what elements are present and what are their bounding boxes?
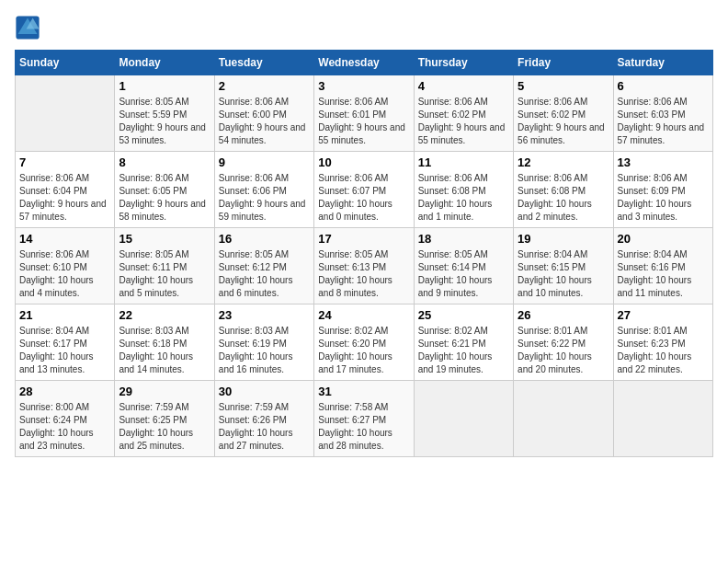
col-header-thursday: Thursday — [414, 51, 513, 75]
calendar-cell: 19Sunrise: 8:04 AMSunset: 6:15 PMDayligh… — [514, 228, 613, 304]
day-number: 12 — [518, 155, 609, 169]
day-number: 30 — [219, 385, 310, 398]
day-number: 31 — [318, 385, 409, 398]
col-header-wednesday: Wednesday — [314, 51, 414, 75]
day-number: 28 — [19, 385, 110, 398]
day-info: Sunrise: 7:59 AMSunset: 6:25 PMDaylight:… — [119, 401, 210, 453]
day-number: 3 — [318, 79, 409, 93]
day-number: 8 — [119, 155, 210, 169]
calendar-cell: 16Sunrise: 8:05 AMSunset: 6:12 PMDayligh… — [214, 228, 313, 304]
calendar-cell: 7Sunrise: 8:06 AMSunset: 6:04 PMDaylight… — [16, 152, 115, 228]
calendar-cell: 9Sunrise: 8:06 AMSunset: 6:06 PMDaylight… — [214, 152, 313, 228]
day-info: Sunrise: 8:06 AMSunset: 6:02 PMDaylight:… — [518, 96, 609, 147]
calendar-cell: 25Sunrise: 8:02 AMSunset: 6:21 PMDayligh… — [414, 304, 513, 381]
day-number: 27 — [618, 308, 709, 322]
calendar-cell: 2Sunrise: 8:06 AMSunset: 6:00 PMDaylight… — [214, 75, 313, 152]
day-info: Sunrise: 7:59 AMSunset: 6:26 PMDaylight:… — [219, 401, 310, 453]
calendar-cell: 26Sunrise: 8:01 AMSunset: 6:22 PMDayligh… — [514, 304, 613, 381]
calendar-cell: 13Sunrise: 8:06 AMSunset: 6:09 PMDayligh… — [613, 152, 712, 228]
day-number: 2 — [219, 79, 310, 93]
day-number: 4 — [418, 79, 509, 93]
col-header-tuesday: Tuesday — [214, 51, 313, 75]
calendar-cell — [16, 75, 115, 152]
day-info: Sunrise: 8:04 AMSunset: 6:17 PMDaylight:… — [19, 325, 110, 376]
day-info: Sunrise: 8:01 AMSunset: 6:23 PMDaylight:… — [618, 325, 709, 376]
day-number: 20 — [618, 232, 709, 246]
day-number: 23 — [219, 308, 310, 322]
col-header-monday: Monday — [115, 51, 214, 75]
day-info: Sunrise: 8:05 AMSunset: 6:12 PMDaylight:… — [219, 248, 310, 300]
week-row-4: 21Sunrise: 8:04 AMSunset: 6:17 PMDayligh… — [16, 304, 713, 381]
calendar-cell: 11Sunrise: 8:06 AMSunset: 6:08 PMDayligh… — [414, 152, 513, 228]
day-info: Sunrise: 8:01 AMSunset: 6:22 PMDaylight:… — [518, 325, 609, 376]
calendar-cell: 6Sunrise: 8:06 AMSunset: 6:03 PMDaylight… — [613, 75, 712, 152]
day-number: 13 — [618, 155, 709, 169]
calendar-cell: 29Sunrise: 7:59 AMSunset: 6:25 PMDayligh… — [115, 381, 214, 457]
day-number: 25 — [418, 308, 509, 322]
day-number: 6 — [618, 79, 709, 93]
logo-icon — [15, 15, 40, 40]
calendar-cell: 27Sunrise: 8:01 AMSunset: 6:23 PMDayligh… — [613, 304, 712, 381]
day-info: Sunrise: 8:06 AMSunset: 6:02 PMDaylight:… — [418, 96, 509, 147]
calendar-cell: 22Sunrise: 8:03 AMSunset: 6:18 PMDayligh… — [115, 304, 214, 381]
day-info: Sunrise: 8:06 AMSunset: 6:01 PMDaylight:… — [318, 96, 409, 147]
day-info: Sunrise: 8:04 AMSunset: 6:15 PMDaylight:… — [518, 248, 609, 300]
day-number: 24 — [318, 308, 409, 322]
day-info: Sunrise: 8:06 AMSunset: 6:06 PMDaylight:… — [219, 172, 310, 224]
week-row-1: 1Sunrise: 8:05 AMSunset: 5:59 PMDaylight… — [16, 75, 713, 152]
day-number: 14 — [19, 232, 110, 246]
calendar-cell: 31Sunrise: 7:58 AMSunset: 6:27 PMDayligh… — [314, 381, 414, 457]
calendar-cell — [613, 381, 712, 457]
day-info: Sunrise: 8:06 AMSunset: 6:08 PMDaylight:… — [418, 172, 509, 224]
day-info: Sunrise: 8:05 AMSunset: 6:14 PMDaylight:… — [418, 248, 509, 300]
calendar-cell: 8Sunrise: 8:06 AMSunset: 6:05 PMDaylight… — [115, 152, 214, 228]
col-header-sunday: Sunday — [16, 51, 115, 75]
calendar-cell: 20Sunrise: 8:04 AMSunset: 6:16 PMDayligh… — [613, 228, 712, 304]
calendar-header-row: SundayMondayTuesdayWednesdayThursdayFrid… — [16, 51, 713, 75]
day-info: Sunrise: 8:05 AMSunset: 5:59 PMDaylight:… — [119, 96, 210, 147]
calendar-cell: 4Sunrise: 8:06 AMSunset: 6:02 PMDaylight… — [414, 75, 513, 152]
calendar-cell: 14Sunrise: 8:06 AMSunset: 6:10 PMDayligh… — [16, 228, 115, 304]
day-number: 15 — [119, 232, 210, 246]
day-info: Sunrise: 8:06 AMSunset: 6:08 PMDaylight:… — [518, 172, 609, 224]
day-number: 1 — [119, 79, 210, 93]
day-info: Sunrise: 8:05 AMSunset: 6:11 PMDaylight:… — [119, 248, 210, 300]
col-header-friday: Friday — [514, 51, 613, 75]
day-info: Sunrise: 8:04 AMSunset: 6:16 PMDaylight:… — [618, 248, 709, 300]
day-info: Sunrise: 8:02 AMSunset: 6:20 PMDaylight:… — [318, 325, 409, 376]
calendar-cell: 1Sunrise: 8:05 AMSunset: 5:59 PMDaylight… — [115, 75, 214, 152]
calendar-cell: 3Sunrise: 8:06 AMSunset: 6:01 PMDaylight… — [314, 75, 414, 152]
day-info: Sunrise: 8:02 AMSunset: 6:21 PMDaylight:… — [418, 325, 509, 376]
day-info: Sunrise: 8:06 AMSunset: 6:07 PMDaylight:… — [318, 172, 409, 224]
day-number: 17 — [318, 232, 409, 246]
calendar-table: SundayMondayTuesdayWednesdayThursdayFrid… — [15, 50, 713, 457]
day-number: 11 — [418, 155, 509, 169]
day-info: Sunrise: 8:06 AMSunset: 6:09 PMDaylight:… — [618, 172, 709, 224]
col-header-saturday: Saturday — [613, 51, 712, 75]
calendar-cell: 12Sunrise: 8:06 AMSunset: 6:08 PMDayligh… — [514, 152, 613, 228]
page-header — [15, 15, 713, 40]
week-row-3: 14Sunrise: 8:06 AMSunset: 6:10 PMDayligh… — [16, 228, 713, 304]
calendar-cell — [514, 381, 613, 457]
calendar-cell — [414, 381, 513, 457]
day-number: 19 — [518, 232, 609, 246]
calendar-cell: 28Sunrise: 8:00 AMSunset: 6:24 PMDayligh… — [16, 381, 115, 457]
day-number: 10 — [318, 155, 409, 169]
logo — [15, 15, 44, 40]
day-number: 7 — [19, 155, 110, 169]
calendar-cell: 15Sunrise: 8:05 AMSunset: 6:11 PMDayligh… — [115, 228, 214, 304]
calendar-cell: 30Sunrise: 7:59 AMSunset: 6:26 PMDayligh… — [214, 381, 313, 457]
day-info: Sunrise: 8:06 AMSunset: 6:00 PMDaylight:… — [219, 96, 310, 147]
calendar-cell: 18Sunrise: 8:05 AMSunset: 6:14 PMDayligh… — [414, 228, 513, 304]
day-info: Sunrise: 8:06 AMSunset: 6:10 PMDaylight:… — [19, 248, 110, 300]
day-number: 29 — [119, 385, 210, 398]
day-info: Sunrise: 7:58 AMSunset: 6:27 PMDaylight:… — [318, 401, 409, 453]
calendar-cell: 23Sunrise: 8:03 AMSunset: 6:19 PMDayligh… — [214, 304, 313, 381]
day-info: Sunrise: 8:05 AMSunset: 6:13 PMDaylight:… — [318, 248, 409, 300]
calendar-cell: 24Sunrise: 8:02 AMSunset: 6:20 PMDayligh… — [314, 304, 414, 381]
calendar-cell: 21Sunrise: 8:04 AMSunset: 6:17 PMDayligh… — [16, 304, 115, 381]
day-number: 26 — [518, 308, 609, 322]
day-info: Sunrise: 8:06 AMSunset: 6:03 PMDaylight:… — [618, 96, 709, 147]
day-number: 18 — [418, 232, 509, 246]
calendar-cell: 5Sunrise: 8:06 AMSunset: 6:02 PMDaylight… — [514, 75, 613, 152]
